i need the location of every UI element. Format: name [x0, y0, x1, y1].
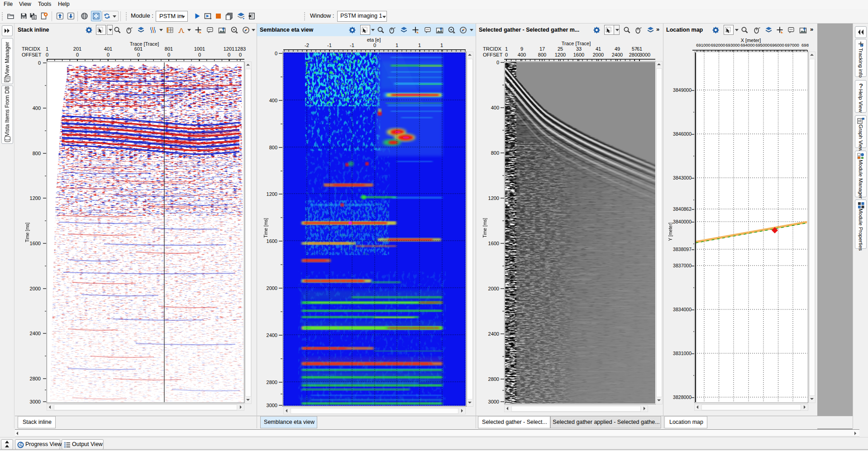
svg-text:i: i — [861, 44, 862, 47]
svg-text:?: ? — [859, 82, 863, 90]
svg-text:%: % — [19, 443, 22, 447]
